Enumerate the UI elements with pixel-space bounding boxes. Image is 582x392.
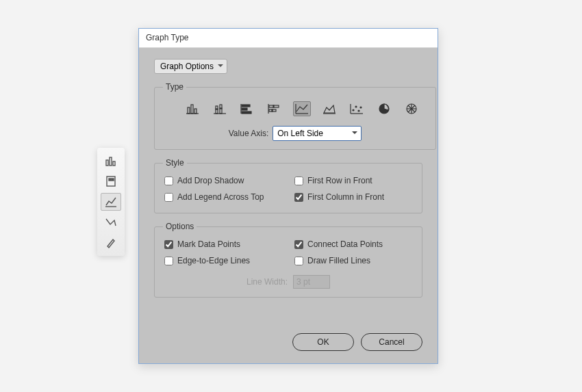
svg-rect-15 bbox=[220, 108, 222, 109]
cancel-button[interactable]: Cancel bbox=[361, 333, 422, 351]
first-column-in-front-checkbox[interactable]: First Column in Front bbox=[294, 192, 412, 202]
first-row-in-front-checkbox[interactable]: First Row in Front bbox=[294, 176, 412, 185]
svg-rect-22 bbox=[273, 105, 274, 107]
dialog-buttons: OK Cancel bbox=[292, 333, 422, 351]
add-legend-across-top-checkbox[interactable]: Add Legend Across Top bbox=[164, 192, 294, 202]
svg-rect-17 bbox=[242, 105, 250, 107]
mark-data-points-checkbox[interactable]: Mark Data Points bbox=[164, 239, 294, 249]
tool-brush[interactable] bbox=[101, 234, 121, 252]
svg-rect-2 bbox=[113, 161, 115, 166]
svg-point-34 bbox=[360, 107, 362, 108]
type-radar-icon[interactable] bbox=[403, 101, 420, 116]
svg-rect-1 bbox=[110, 157, 112, 166]
type-stacked-bar-icon[interactable] bbox=[266, 101, 283, 116]
svg-rect-5 bbox=[112, 179, 114, 181]
value-axis-label: Value Axis: bbox=[229, 129, 268, 138]
dialog-body: Graph Options Type Value Axis: bbox=[139, 48, 438, 363]
edge-to-edge-lines-checkbox[interactable]: Edge-to-Edge Lines bbox=[164, 256, 294, 265]
style-legend: Style bbox=[163, 158, 187, 168]
value-axis-row: Value Axis: On Left Side bbox=[163, 126, 427, 141]
svg-rect-0 bbox=[106, 160, 108, 166]
svg-rect-19 bbox=[242, 112, 251, 114]
type-bar-icon[interactable] bbox=[238, 101, 256, 116]
svg-rect-8 bbox=[188, 107, 190, 114]
svg-point-32 bbox=[355, 106, 357, 107]
area-graph-icon bbox=[105, 216, 117, 228]
type-column-icon[interactable] bbox=[184, 101, 201, 116]
svg-rect-24 bbox=[272, 109, 273, 112]
tool-line-graph[interactable] bbox=[101, 193, 121, 211]
type-area-icon[interactable] bbox=[320, 101, 338, 116]
chart-type-row bbox=[163, 97, 427, 123]
svg-rect-13 bbox=[216, 109, 218, 109]
line-width-row: Line Width: bbox=[163, 275, 414, 289]
svg-rect-4 bbox=[109, 179, 111, 181]
draw-filled-lines-checkbox[interactable]: Draw Filled Lines bbox=[294, 256, 412, 265]
graph-options-dropdown[interactable]: Graph Options bbox=[154, 59, 227, 74]
column-graph-icon bbox=[105, 155, 117, 167]
brush-icon bbox=[105, 237, 117, 249]
value-axis-dropdown[interactable]: On Left Side bbox=[273, 126, 362, 141]
svg-point-31 bbox=[353, 109, 354, 111]
svg-marker-28 bbox=[324, 105, 335, 113]
ok-button[interactable]: OK bbox=[292, 333, 354, 351]
type-fieldset: Type Value Axis: On Left Side bbox=[154, 82, 436, 150]
svg-rect-3 bbox=[107, 177, 115, 186]
svg-rect-10 bbox=[194, 109, 197, 114]
svg-point-33 bbox=[358, 110, 359, 112]
type-pie-icon[interactable] bbox=[375, 101, 393, 116]
dialog-title-text: Graph Type bbox=[146, 33, 188, 42]
add-drop-shadow-checkbox[interactable]: Add Drop Shadow bbox=[164, 176, 294, 185]
tool-column-graph[interactable] bbox=[101, 152, 121, 170]
options-fieldset: Options Mark Data Points Connect Data Po… bbox=[154, 222, 422, 298]
type-legend: Type bbox=[163, 82, 186, 92]
line-width-label: Line Width: bbox=[246, 277, 288, 287]
svg-rect-9 bbox=[191, 105, 193, 114]
type-scatter-icon[interactable] bbox=[348, 101, 366, 116]
line-graph-icon bbox=[105, 196, 117, 208]
type-stacked-column-icon[interactable] bbox=[211, 101, 229, 116]
options-legend: Options bbox=[163, 222, 197, 231]
graph-type-dialog: Graph Type Graph Options Type Valu bbox=[138, 28, 438, 364]
tool-stacked-column[interactable] bbox=[101, 172, 121, 190]
svg-rect-18 bbox=[242, 108, 247, 110]
tool-panel bbox=[97, 148, 125, 256]
style-fieldset: Style Add Drop Shadow First Row in Front… bbox=[154, 158, 422, 213]
stacked-column-icon bbox=[105, 175, 117, 187]
connect-data-points-checkbox[interactable]: Connect Data Points bbox=[294, 239, 412, 249]
type-line-icon[interactable] bbox=[293, 101, 311, 116]
line-width-input bbox=[293, 275, 330, 289]
dialog-title: Graph Type bbox=[139, 29, 438, 48]
tool-area-graph[interactable] bbox=[101, 213, 121, 231]
